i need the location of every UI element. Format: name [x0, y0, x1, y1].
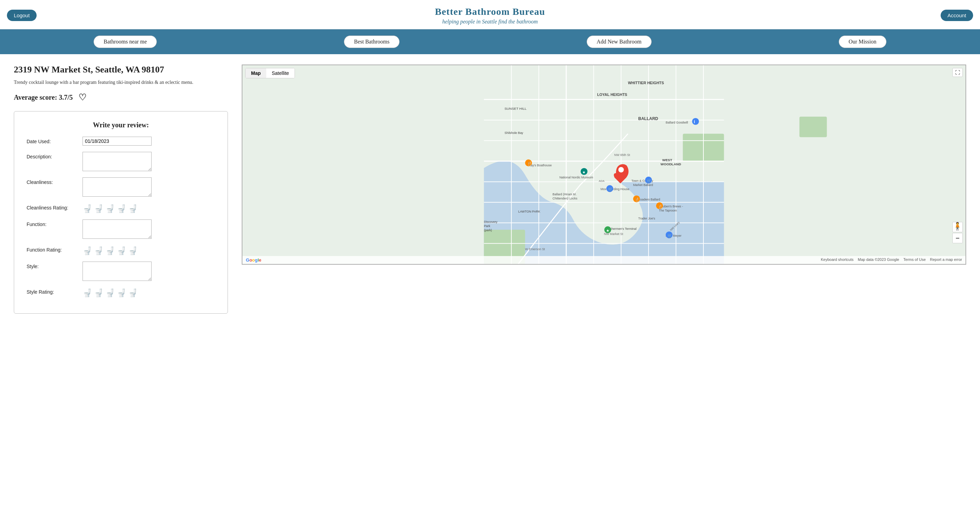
date-used-input[interactable] — [83, 136, 151, 146]
right-panel: Map Satellite ⛶ — [242, 65, 966, 314]
svg-text:The Taproom: The Taproom — [659, 209, 677, 212]
svg-text:🍴: 🍴 — [658, 204, 663, 209]
svg-text:Trader Joe's: Trader Joe's — [638, 217, 655, 220]
svg-text:🛒: 🛒 — [608, 187, 613, 192]
location-address: 2319 NW Market St, Seattle, WA 98107 — [14, 65, 228, 75]
svg-text:🛒: 🛒 — [647, 178, 652, 183]
report-map-error-link[interactable]: Report a map error — [930, 257, 962, 262]
svg-text:🛒: 🛒 — [668, 233, 672, 238]
svg-text:WEST: WEST — [662, 158, 672, 162]
function-star-3[interactable]: 🚽 — [105, 246, 115, 256]
keyboard-shortcuts-link[interactable]: Keyboard shortcuts — [821, 257, 854, 262]
map-fullscreen-button[interactable]: ⛶ — [952, 68, 963, 77]
svg-text:Fishermen's Terminal: Fishermen's Terminal — [608, 227, 636, 230]
function-rating-stars: 🚽 🚽 🚽 🚽 🚽 — [83, 245, 137, 256]
svg-text:W Emerson St: W Emerson St — [525, 248, 545, 251]
svg-text:NW 65th St: NW 65th St — [614, 153, 630, 157]
map-zoom-out-button[interactable]: − — [952, 233, 963, 243]
style-star-4[interactable]: 🚽 — [117, 289, 126, 297]
svg-point-45 — [692, 118, 699, 125]
function-rating-label: Function Rating: — [27, 245, 78, 252]
svg-text:★: ★ — [606, 229, 609, 233]
svg-text:Ballard Goodwill: Ballard Goodwill — [666, 121, 688, 124]
svg-text:★: ★ — [582, 170, 585, 174]
style-star-5[interactable]: 🚽 — [128, 289, 137, 297]
description-row: Description: — [27, 152, 215, 171]
map-tab-bar: Map Satellite — [245, 68, 295, 78]
function-input[interactable] — [83, 219, 151, 239]
average-score-row: Average score: 3.7/5 ♡ — [14, 92, 228, 103]
map-container: Map Satellite ⛶ — [242, 65, 966, 265]
function-star-5[interactable]: 🚽 — [128, 246, 137, 256]
account-button[interactable]: Account — [941, 10, 973, 21]
date-used-label: Date Used: — [27, 136, 78, 144]
average-score-text: Average score: 3.7/5 — [14, 94, 73, 102]
svg-text:ADA: ADA — [599, 179, 605, 183]
nav-our-mission[interactable]: Our Mission — [839, 35, 886, 48]
main-content: 2319 NW Market St, Seattle, WA 98107 Tre… — [0, 54, 980, 324]
review-form: Write your review: Date Used: Descriptio… — [14, 111, 228, 314]
cleanliness-star-4[interactable]: 🚽 — [117, 204, 126, 213]
svg-text:Discovery: Discovery — [484, 220, 498, 224]
cleanliness-star-5[interactable]: 🚽 — [128, 204, 137, 213]
review-form-title: Write your review: — [27, 121, 215, 129]
style-rating-row: Style Rating: 🚽 🚽 🚽 🚽 🚽 — [27, 287, 215, 297]
map-tab-satellite[interactable]: Satellite — [266, 68, 294, 78]
cleanliness-rating-label: Cleanliness Rating: — [27, 203, 78, 211]
style-star-3[interactable]: 🚽 — [105, 289, 115, 297]
logout-button[interactable]: Logout — [7, 10, 37, 21]
function-row: Function: — [27, 219, 215, 239]
cleanliness-rating-stars: 🚽 🚽 🚽 🚽 🚽 — [83, 203, 137, 213]
svg-text:i: i — [694, 119, 695, 124]
site-title: Better Bathroom Bureau — [7, 6, 973, 17]
style-row: Style: — [27, 262, 215, 281]
map-pegman-icon[interactable]: 🧍 — [953, 222, 962, 231]
navbar: Bathrooms near me Best Bathrooms Add New… — [0, 29, 980, 54]
style-input[interactable] — [83, 262, 151, 281]
style-star-2[interactable]: 🚽 — [94, 289, 103, 297]
style-rating-stars: 🚽 🚽 🚽 🚽 🚽 — [83, 287, 137, 297]
svg-text:Shilshole Bay: Shilshole Bay — [504, 131, 523, 135]
svg-point-63 — [619, 167, 624, 173]
svg-text:🍴: 🍴 — [527, 161, 532, 166]
nav-bathrooms-near-me[interactable]: Bathrooms near me — [94, 35, 157, 48]
function-label: Function: — [27, 219, 78, 227]
style-star-1[interactable]: 🚽 — [83, 289, 92, 297]
site-subtitle: helping people in Seattle find the bathr… — [7, 19, 973, 25]
map-footer-links: Keyboard shortcuts Map data ©2023 Google… — [821, 257, 962, 263]
function-star-1[interactable]: 🚽 — [83, 246, 92, 256]
svg-text:Mox Boarding House: Mox Boarding House — [600, 187, 629, 191]
cleanliness-input[interactable] — [83, 177, 151, 197]
svg-text:Park: Park — [484, 224, 490, 228]
header: Logout Better Bathroom Bureau helping pe… — [0, 0, 980, 29]
svg-text:(park): (park) — [484, 229, 492, 232]
map-data-label: Map data ©2023 Google — [858, 257, 899, 262]
svg-text:Asadero Ballard: Asadero Ballard — [638, 198, 660, 201]
location-description: Trendy cocktail lounge with a bar progra… — [14, 80, 228, 85]
svg-text:🍴: 🍴 — [635, 197, 640, 202]
cleanliness-star-3[interactable]: 🚽 — [105, 204, 115, 213]
cleanliness-star-2[interactable]: 🚽 — [94, 204, 103, 213]
google-logo: Google — [246, 257, 261, 263]
function-rating-row: Function Rating: 🚽 🚽 🚽 🚽 🚽 — [27, 245, 215, 256]
svg-text:Chittenden) Locks: Chittenden) Locks — [552, 197, 578, 200]
function-star-4[interactable]: 🚽 — [117, 246, 126, 256]
svg-text:Ray's Boathouse: Ray's Boathouse — [529, 163, 552, 167]
function-star-2[interactable]: 🚽 — [94, 246, 103, 256]
left-panel: 2319 NW Market St, Seattle, WA 98107 Tre… — [14, 65, 228, 314]
svg-text:LOYAL HEIGHTS: LOYAL HEIGHTS — [597, 92, 627, 97]
nav-best-bathrooms[interactable]: Best Bathrooms — [344, 35, 399, 48]
nav-add-new-bathroom[interactable]: Add New Bathroom — [587, 35, 652, 48]
cleanliness-rating-row: Cleanliness Rating: 🚽 🚽 🚽 🚽 🚽 — [27, 203, 215, 213]
cleanliness-star-1[interactable]: 🚽 — [83, 204, 92, 213]
svg-text:National Nordic Museum: National Nordic Museum — [559, 176, 593, 179]
favorite-button[interactable]: ♡ — [78, 92, 86, 103]
description-input[interactable] — [83, 152, 151, 171]
svg-text:BALLARD: BALLARD — [638, 116, 658, 121]
date-used-row: Date Used: — [27, 136, 215, 146]
svg-text:LAWTON PARK: LAWTON PARK — [518, 210, 541, 213]
map-tab-map[interactable]: Map — [245, 68, 266, 78]
svg-text:WHITTIER HEIGHTS: WHITTIER HEIGHTS — [628, 81, 664, 85]
terms-of-use-link[interactable]: Terms of Use — [903, 257, 926, 262]
svg-text:Market Ballard: Market Ballard — [633, 183, 653, 187]
